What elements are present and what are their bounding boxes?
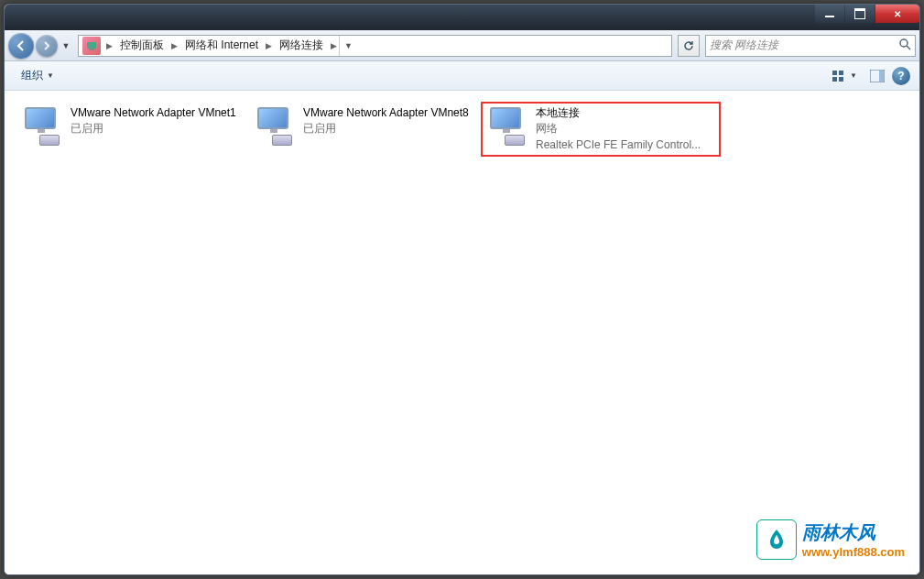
watermark-title: 雨林木风 bbox=[802, 520, 905, 545]
minimize-button[interactable] bbox=[815, 5, 844, 23]
search-icon bbox=[898, 38, 911, 53]
svg-rect-5 bbox=[839, 71, 843, 75]
refresh-button[interactable] bbox=[678, 35, 700, 57]
nav-bar: ▼ ▶ 控制面板 ▶ 网络和 Internet ▶ 网络连接 ▶ ▼ 搜索 网络… bbox=[5, 30, 919, 61]
help-button[interactable]: ? bbox=[892, 67, 910, 85]
adapter-local-connection[interactable]: 本地连接 网络 Realtek PCIe FE Family Control..… bbox=[481, 102, 721, 157]
title-bar[interactable] bbox=[5, 5, 919, 30]
adapter-status: 已启用 bbox=[71, 121, 236, 137]
chevron-down-icon: ▼ bbox=[47, 71, 54, 80]
organize-button[interactable]: 组织 ▼ bbox=[14, 65, 61, 86]
preview-pane-icon bbox=[870, 70, 885, 82]
back-button[interactable] bbox=[8, 33, 34, 59]
nav-history-dropdown[interactable]: ▼ bbox=[60, 35, 72, 57]
content-area[interactable]: VMware Network Adapter VMnet1 已启用 VMware… bbox=[5, 91, 919, 574]
arrow-left-icon bbox=[15, 39, 27, 52]
maximize-button[interactable] bbox=[845, 5, 875, 23]
svg-rect-9 bbox=[879, 71, 884, 82]
search-placeholder: 搜索 网络连接 bbox=[710, 38, 778, 53]
adapter-vmnet1[interactable]: VMware Network Adapter VMnet1 已启用 bbox=[16, 102, 245, 157]
watermark: 雨林木风 www.ylmf888.com bbox=[756, 519, 905, 560]
svg-point-2 bbox=[900, 39, 908, 47]
chevron-right-icon: ▶ bbox=[104, 41, 114, 50]
network-adapter-icon bbox=[252, 105, 296, 149]
chevron-right-icon: ▶ bbox=[169, 41, 179, 50]
preview-pane-button[interactable] bbox=[866, 66, 888, 86]
adapter-vmnet8[interactable]: VMware Network Adapter VMnet8 已启用 bbox=[248, 102, 477, 157]
address-bar[interactable]: ▶ 控制面板 ▶ 网络和 Internet ▶ 网络连接 ▶ ▼ bbox=[78, 35, 672, 57]
view-mode-button[interactable]: ▼ bbox=[826, 66, 863, 86]
adapter-name: 本地连接 bbox=[536, 105, 701, 121]
adapter-status: 已启用 bbox=[303, 121, 469, 137]
refresh-icon bbox=[682, 39, 695, 52]
adapter-network: 网络 bbox=[536, 121, 701, 137]
watermark-logo-icon bbox=[756, 519, 797, 560]
breadcrumb-network-internet[interactable]: 网络和 Internet bbox=[179, 38, 264, 53]
network-adapter-icon bbox=[484, 105, 528, 149]
forward-button[interactable] bbox=[36, 35, 58, 57]
chevron-down-icon: ▼ bbox=[850, 71, 857, 80]
svg-rect-7 bbox=[839, 77, 843, 82]
breadcrumb-control-panel[interactable]: 控制面板 bbox=[114, 38, 169, 53]
network-adapter-icon bbox=[19, 105, 63, 149]
search-input[interactable]: 搜索 网络连接 bbox=[705, 35, 916, 57]
watermark-url: www.ylmf888.com bbox=[802, 545, 905, 559]
close-button[interactable] bbox=[875, 5, 919, 23]
explorer-window: ▼ ▶ 控制面板 ▶ 网络和 Internet ▶ 网络连接 ▶ ▼ 搜索 网络… bbox=[4, 4, 920, 575]
organize-label: 组织 bbox=[21, 68, 43, 83]
svg-rect-6 bbox=[832, 77, 837, 82]
address-dropdown[interactable]: ▼ bbox=[339, 36, 357, 56]
location-icon bbox=[82, 37, 101, 55]
breadcrumb-network-connections[interactable]: 网络连接 bbox=[274, 38, 329, 53]
adapter-name: VMware Network Adapter VMnet1 bbox=[71, 105, 236, 121]
svg-line-3 bbox=[907, 46, 910, 49]
tiles-icon bbox=[832, 70, 844, 82]
svg-rect-4 bbox=[832, 71, 837, 75]
arrow-right-icon bbox=[41, 40, 52, 51]
chevron-right-icon: ▶ bbox=[329, 41, 339, 50]
window-controls bbox=[814, 5, 919, 23]
adapter-name: VMware Network Adapter VMnet8 bbox=[303, 105, 469, 121]
adapter-device: Realtek PCIe FE Family Control... bbox=[536, 137, 701, 153]
svg-rect-1 bbox=[89, 49, 94, 50]
svg-rect-0 bbox=[87, 42, 96, 49]
toolbar: 组织 ▼ ▼ ? bbox=[5, 61, 919, 91]
toolbar-right: ▼ ? bbox=[826, 66, 910, 86]
chevron-right-icon: ▶ bbox=[264, 41, 274, 50]
